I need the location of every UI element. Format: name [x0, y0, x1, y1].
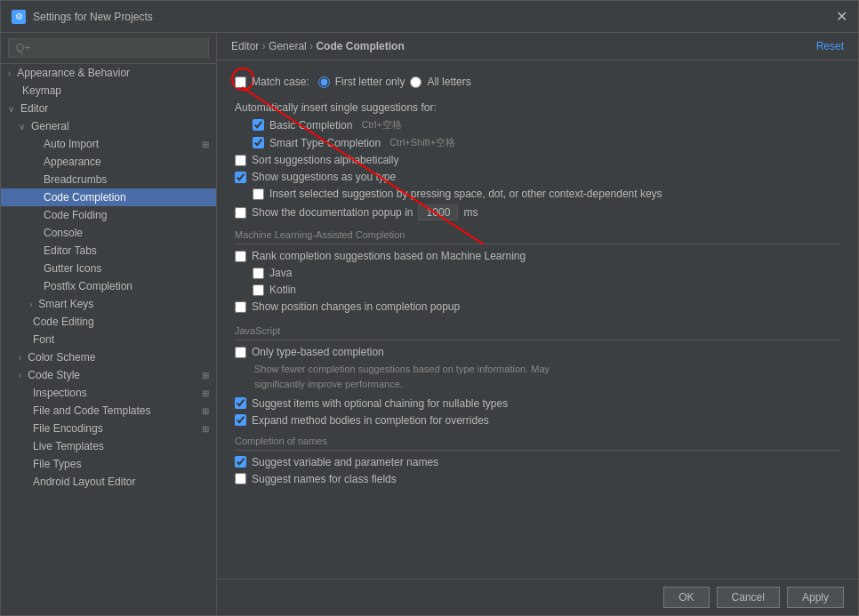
sidebar-item-code-editing[interactable]: Code Editing: [1, 313, 216, 331]
match-case-label[interactable]: Match case:: [252, 76, 309, 88]
sidebar-label-code-editing: Code Editing: [33, 316, 94, 328]
sidebar-item-code-style[interactable]: ›Code Style⊞: [1, 366, 216, 384]
expand-method-row: Expand method bodies in completion for o…: [235, 414, 840, 427]
sidebar-label-code-completion: Code Completion: [44, 191, 126, 204]
ml-rank-checkbox[interactable]: [235, 251, 246, 262]
basic-completion-checkbox[interactable]: [253, 119, 264, 131]
insert-selected-checkbox[interactable]: [253, 188, 264, 200]
sidebar-item-color-scheme[interactable]: ›Color Scheme: [1, 348, 216, 366]
close-button[interactable]: ✕: [836, 8, 847, 25]
js-section: JavaScript Only type-based completion Sh…: [235, 325, 840, 485]
basic-completion-label[interactable]: Basic Completion: [269, 119, 352, 132]
search-input[interactable]: [8, 38, 209, 58]
tree-arrow-code-style: ›: [19, 371, 21, 380]
expand-method-checkbox[interactable]: [235, 414, 246, 426]
ml-java-checkbox[interactable]: [253, 268, 264, 279]
sort-alpha-row: Sort suggestions alphabetically: [235, 154, 840, 166]
all-letters-radio[interactable]: [410, 76, 421, 88]
suggest-chaining-label[interactable]: Suggest items with optional chaining for…: [252, 397, 508, 410]
match-case-checkbox[interactable]: [235, 76, 246, 88]
cancel-button[interactable]: Cancel: [717, 587, 780, 608]
apply-button[interactable]: Apply: [787, 587, 844, 608]
smart-completion-label[interactable]: Smart Type Completion: [269, 137, 381, 149]
sidebar-item-editor-tabs[interactable]: Editor Tabs: [1, 242, 216, 260]
sidebar-icon-inspections: ⊞: [202, 388, 209, 398]
sidebar-item-file-encodings[interactable]: File Encodings⊞: [1, 420, 216, 437]
smart-completion-checkbox[interactable]: [253, 137, 264, 148]
show-position-checkbox[interactable]: [235, 301, 246, 313]
sidebar-item-general[interactable]: ∨General: [1, 117, 216, 135]
sidebar-label-file-types: File Types: [33, 458, 81, 470]
sort-alpha-label[interactable]: Sort suggestions alphabetically: [252, 154, 398, 166]
first-letter-radio[interactable]: [318, 76, 330, 88]
js-section-label: JavaScript: [235, 325, 840, 340]
ml-java-label[interactable]: Java: [269, 267, 292, 279]
sidebar-item-android-layout-editor[interactable]: Android Layout Editor: [1, 473, 216, 491]
bottom-bar: OK Cancel Apply: [217, 579, 858, 615]
only-type-based-row: Only type-based completion: [235, 346, 840, 358]
sidebar-item-gutter-icons[interactable]: Gutter Icons: [1, 260, 216, 277]
show-doc-label[interactable]: Show the documentation popup in: [252, 206, 413, 219]
suggest-class-fields-row: Suggest names for class fields: [235, 473, 840, 485]
suggest-chaining-checkbox[interactable]: [235, 397, 246, 409]
reset-link[interactable]: Reset: [816, 40, 844, 52]
tree-arrow-general: ∨: [19, 122, 25, 132]
show-position-row: Show position changes in completion popu…: [235, 300, 840, 313]
sidebar-item-breadcrumbs[interactable]: Breadcrumbs: [1, 171, 216, 188]
sidebar-icon-auto-import: ⊞: [202, 140, 209, 149]
completion-names-label: Completion of names: [235, 436, 840, 451]
ml-kotlin-checkbox[interactable]: [253, 284, 264, 296]
ok-button[interactable]: OK: [663, 587, 709, 608]
first-letter-label[interactable]: First letter only: [335, 76, 405, 88]
suggest-class-label[interactable]: Suggest names for class fields: [252, 473, 397, 485]
search-box: [1, 33, 216, 64]
sidebar-item-file-types[interactable]: File Types: [1, 455, 216, 473]
ml-section-label: Machine Learning-Assisted Completion: [235, 229, 840, 244]
sidebar-item-editor[interactable]: ∨Editor: [1, 100, 216, 117]
sidebar-item-postfix-completion[interactable]: Postfix Completion: [1, 277, 216, 295]
sidebar-item-smart-keys[interactable]: ›Smart Keys: [1, 295, 216, 313]
suggest-variable-row: Suggest variable and parameter names: [235, 456, 840, 468]
ml-kotlin-label[interactable]: Kotlin: [269, 284, 296, 296]
sidebar-label-editor: Editor: [20, 102, 48, 115]
sidebar-item-font[interactable]: Font: [1, 331, 216, 348]
insert-selected-label[interactable]: Insert selected suggestion by pressing s…: [269, 188, 662, 200]
sidebar-item-keymap[interactable]: Keymap: [1, 82, 216, 100]
suggest-variable-checkbox[interactable]: [235, 456, 246, 468]
smart-completion-row: Smart Type Completion Ctrl+Shift+空格: [235, 136, 840, 149]
sidebar-label-android-layout-editor: Android Layout Editor: [33, 476, 135, 488]
only-type-checkbox[interactable]: [235, 347, 246, 358]
sidebar-label-file-encodings: File Encodings: [33, 422, 103, 435]
sidebar-label-file-code-templates: File and Code Templates: [33, 404, 151, 417]
show-as-type-label[interactable]: Show suggestions as you type: [252, 171, 396, 183]
sidebar-item-live-templates[interactable]: Live Templates: [1, 437, 216, 455]
sidebar-item-code-completion[interactable]: Code Completion: [1, 188, 216, 206]
sidebar-item-console[interactable]: Console: [1, 224, 216, 242]
radio-group-match: First letter only All letters: [318, 76, 471, 88]
sidebar-item-code-folding[interactable]: Code Folding: [1, 206, 216, 224]
sidebar-label-keymap: Keymap: [22, 84, 61, 97]
auto-insert-label: Automatically insert single suggestions …: [235, 101, 437, 114]
ml-rank-label[interactable]: Rank completion suggestions based on Mac…: [252, 250, 526, 262]
sidebar-label-color-scheme: Color Scheme: [28, 351, 95, 364]
expand-method-label[interactable]: Expand method bodies in completion for o…: [252, 414, 489, 427]
show-as-type-checkbox[interactable]: [235, 172, 246, 183]
sort-alpha-checkbox[interactable]: [235, 155, 246, 166]
show-doc-checkbox[interactable]: [235, 207, 246, 219]
sidebar-item-file-code-templates[interactable]: File and Code Templates⊞: [1, 402, 216, 420]
all-letters-label[interactable]: All letters: [427, 76, 470, 88]
suggest-variable-label[interactable]: Suggest variable and parameter names: [252, 456, 438, 468]
title-bar-left: ⚙ Settings for New Projects: [12, 10, 153, 24]
breadcrumb-sep2: ›: [309, 40, 313, 52]
tree-container: ›Appearance & BehaviorKeymap∨Editor∨Gene…: [1, 64, 216, 491]
sidebar-item-appearance[interactable]: Appearance: [1, 153, 216, 171]
only-type-label[interactable]: Only type-based completion: [252, 346, 384, 358]
sidebar-item-inspections[interactable]: Inspections⊞: [1, 384, 216, 402]
suggest-class-checkbox[interactable]: [235, 473, 246, 484]
match-case-container: Match case: First letter only All letter…: [235, 71, 471, 92]
sidebar-item-auto-import[interactable]: Auto Import⊞: [1, 135, 216, 153]
sidebar-icon-code-style: ⊞: [202, 371, 209, 380]
doc-ms-input[interactable]: [418, 204, 458, 220]
sidebar-item-appearance-behavior[interactable]: ›Appearance & Behavior: [1, 64, 216, 82]
show-position-label[interactable]: Show position changes in completion popu…: [252, 300, 460, 313]
